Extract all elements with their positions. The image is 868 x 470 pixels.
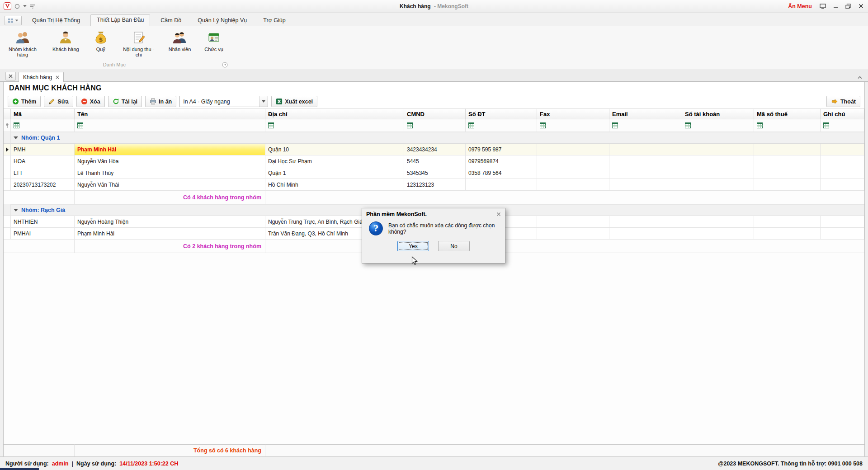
cell-email xyxy=(609,228,682,240)
column-header-fax[interactable]: Fax xyxy=(537,108,609,119)
document-tab-label: Khách hàng xyxy=(23,74,52,80)
table-row[interactable]: HOA Nguyễn Văn Hòa Đại Học Sư Phạm 5445 … xyxy=(4,155,864,167)
svg-text:?: ? xyxy=(373,224,378,233)
ribbon-item-nhom-khach-hang[interactable]: Nhóm khách hàng xyxy=(4,28,42,59)
total-rest xyxy=(265,444,864,456)
column-header-ma-so-thue[interactable]: Mã số thuế xyxy=(754,108,821,119)
quick-access-circle-icon[interactable] xyxy=(14,4,20,9)
column-header-so-dt[interactable]: Số ĐT xyxy=(466,108,537,119)
customize-toolbar-icon[interactable] xyxy=(30,4,35,9)
document-tab-khach-hang[interactable]: Khách hàng xyxy=(19,72,64,82)
tab-close-icon[interactable] xyxy=(56,75,59,79)
titlebar: Khách hàng - MekongSoft Ẩn Menu xyxy=(0,0,868,13)
export-excel-button[interactable]: Xuất excel xyxy=(271,96,317,107)
group-footer-spacer xyxy=(4,240,75,253)
ribbon-item-nhan-vien[interactable]: Nhân viên xyxy=(166,28,194,53)
row-indicator-cell xyxy=(4,228,11,240)
cell-so-tai-khoan xyxy=(682,155,754,167)
no-button[interactable]: No xyxy=(438,241,470,251)
ribbon-item-noi-dung-thu-chi[interactable]: Nội dung thu - chi xyxy=(120,28,158,59)
ribbon-tab-thiet-lap-ban-dau[interactable]: Thiết Lập Ban Đầu xyxy=(90,14,150,26)
filter-cell-ma-so-thue[interactable] xyxy=(754,119,821,132)
app-menu-button[interactable] xyxy=(5,16,22,25)
filter-cell-ghi-chu[interactable] xyxy=(821,119,864,132)
collapse-ribbon-icon[interactable] xyxy=(857,75,863,79)
ribbon-tab-tro-giup[interactable]: Trợ Giúp xyxy=(257,15,291,26)
collapse-group-icon[interactable] xyxy=(14,209,18,212)
close-document-button[interactable] xyxy=(5,72,16,80)
table-row[interactable]: PMH Phạm Minh Hải Quận 10 3423434234 097… xyxy=(4,144,864,155)
delete-button-label: Xóa xyxy=(90,99,100,105)
ribbon-item-khach-hang[interactable]: Khách hàng xyxy=(50,28,82,53)
filter-cell-ten[interactable] xyxy=(75,119,265,132)
group-row-quan-1[interactable]: Nhóm: Quận 1 xyxy=(4,132,864,144)
ribbon-item-label: Chức vụ xyxy=(204,47,223,52)
dialog-close-icon[interactable] xyxy=(496,212,501,216)
group-footer-rest xyxy=(265,191,864,204)
status-date-label: Ngày sử dụng: xyxy=(76,461,116,467)
dialog-message: Bạn có chắc muốn xóa các dòng được chọn … xyxy=(388,222,499,235)
select-caret-zone[interactable] xyxy=(259,96,268,107)
ribbon-item-chuc-vu[interactable]: Chức vụ xyxy=(202,28,226,53)
group-footer-quan-1: Có 4 khách hàng trong nhóm xyxy=(4,191,864,204)
row-indicator-cell xyxy=(4,179,11,191)
filter-cell-email[interactable] xyxy=(609,119,682,132)
cell-ma: 20230713173202 xyxy=(11,179,75,191)
filter-excel-icon xyxy=(14,122,19,128)
filter-cell-cmnd[interactable] xyxy=(404,119,466,132)
column-header-so-tai-khoan[interactable]: Số tài khoản xyxy=(682,108,754,119)
reload-button[interactable]: Tải lại xyxy=(108,96,142,107)
cell-ma: HOA xyxy=(11,155,75,167)
filter-excel-icon xyxy=(407,122,413,128)
pin-icon xyxy=(5,123,9,128)
cell-ma: PMHAI xyxy=(11,228,75,240)
cell-fax xyxy=(537,167,609,179)
table-row[interactable]: LTT Lê Thanh Thúy Quận 1 5345345 0358 78… xyxy=(4,167,864,179)
quick-access-caret-icon[interactable] xyxy=(23,5,27,7)
cell-ten: Lê Thanh Thúy xyxy=(75,167,265,179)
filter-cell-so-dt[interactable] xyxy=(466,119,537,132)
add-button[interactable]: Thêm xyxy=(8,96,41,107)
column-header-dia-chi[interactable]: Địa chỉ xyxy=(265,108,404,119)
print-layout-select[interactable]: In A4 - Giấy ngang xyxy=(179,96,268,107)
ribbon: Nhóm khách hàng Khách hàng $ Quỹ xyxy=(0,26,868,70)
column-header-ten[interactable]: Tên xyxy=(75,108,265,119)
note-pencil-icon xyxy=(132,29,146,46)
close-icon[interactable] xyxy=(857,3,864,10)
ribbon-tab-quan-ly-nghiep-vu[interactable]: Quản Lý Nghiệp Vụ xyxy=(192,15,253,26)
collapse-group-icon[interactable] xyxy=(14,136,18,139)
yes-button[interactable]: Yes xyxy=(397,241,429,251)
cell-dia-chi: Quận 1 xyxy=(265,167,404,179)
cell-ma: LTT xyxy=(11,167,75,179)
exit-button[interactable]: Thoát xyxy=(826,96,860,107)
cell-ma-so-thue xyxy=(754,167,821,179)
minimize-icon[interactable] xyxy=(832,3,839,10)
filter-cell-fax[interactable] xyxy=(537,119,609,132)
ribbon-tab-quan-tri-he-thong[interactable]: Quản Trị Hệ Thống xyxy=(26,15,86,26)
ribbon-tab-cam-do[interactable]: Cầm Đồ xyxy=(155,15,187,26)
fit-screen-icon[interactable] xyxy=(819,3,826,10)
restore-icon[interactable] xyxy=(844,3,852,10)
filter-cell-ma[interactable] xyxy=(11,119,75,132)
row-indicator-cell xyxy=(4,155,11,167)
ribbon-item-quy[interactable]: $ Quỹ xyxy=(90,28,112,53)
hide-menu-button[interactable]: Ẩn Menu xyxy=(788,3,812,9)
group-dialog-launcher-icon[interactable] xyxy=(222,62,228,68)
edit-button[interactable]: Sửa xyxy=(44,96,73,107)
filter-cell-dia-chi[interactable] xyxy=(265,119,404,132)
filter-cell-so-tai-khoan[interactable] xyxy=(682,119,754,132)
column-header-ghi-chu[interactable]: Ghi chú xyxy=(821,108,864,119)
ribbon-group-danh-muc: Nhóm khách hàng Khách hàng $ Quỹ xyxy=(3,28,232,69)
table-row[interactable]: 20230713173202 Nguyễn Văn Thái Hồ Chí Mi… xyxy=(4,179,864,191)
excel-icon xyxy=(276,98,283,105)
chevron-down-icon xyxy=(262,100,265,103)
cell-ma-so-thue xyxy=(754,144,821,155)
exit-button-label: Thoát xyxy=(840,99,856,105)
print-button[interactable]: In ấn xyxy=(145,96,176,107)
status-bar: Người sử dụng: admin | Ngày sử dụng: 14/… xyxy=(0,456,868,470)
column-header-cmnd[interactable]: CMND xyxy=(404,108,466,119)
cell-email xyxy=(609,144,682,155)
column-header-ma[interactable]: Mã xyxy=(11,108,75,119)
delete-button[interactable]: Xóa xyxy=(76,96,105,107)
column-header-email[interactable]: Email xyxy=(609,108,682,119)
